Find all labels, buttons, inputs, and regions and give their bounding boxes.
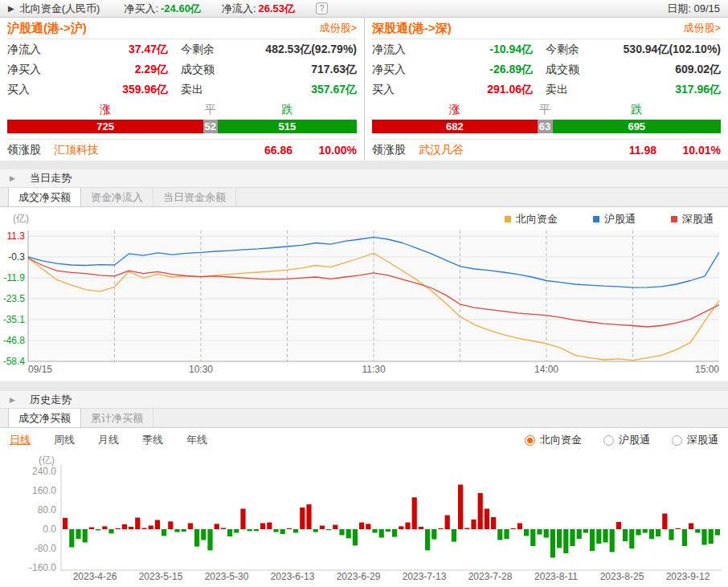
radio-northbound[interactable]: 北向资金 [525, 433, 582, 447]
svg-text:240.0: 240.0 [32, 466, 56, 477]
row-value: 609.02亿 [618, 63, 721, 77]
leader-row: 领涨股 武汉凡谷 11.98 10.01% [372, 139, 721, 161]
leader-row: 领涨股 汇顶科技 66.86 10.00% [7, 139, 357, 161]
period-quarterly[interactable]: 季线 [142, 433, 163, 447]
flat-label: 平 [539, 103, 550, 117]
market-panels: 沪股通(港->沪) 成份股> 净流入 37.47亿 今剩余 482.53亿(92… [0, 18, 728, 161]
history-bar-chart: (亿)240.0160.080.00.0-80.0-160.02023-4-26… [0, 452, 728, 587]
radio-label: 沪股通 [619, 433, 650, 447]
leader-change-pct: 10.00% [292, 144, 357, 157]
panel-title-shengutong: 深股通(港->深) [372, 21, 452, 36]
svg-text:2023-9-12: 2023-9-12 [666, 571, 710, 582]
section-title-intraday: 当日走势 [30, 171, 72, 185]
tab-daily-balance[interactable]: 当日资金余额 [153, 188, 236, 206]
svg-text:80.0: 80.0 [38, 504, 57, 516]
leader-stock-name[interactable]: 汇顶科技 [54, 143, 199, 157]
section-divider [0, 161, 728, 169]
svg-text:2023-8-25: 2023-8-25 [600, 571, 644, 582]
svg-text:-46.8: -46.8 [3, 335, 26, 346]
updown-labels: 涨 平 跌 [7, 103, 357, 119]
panel-shengutong: 深股通(港->深) 成份股> 净流入 -10.94亿 今剩余 530.94亿(1… [364, 18, 728, 161]
row-value: 357.67亿 [253, 83, 357, 97]
constituents-link-hugutong[interactable]: 成份股> [319, 21, 357, 35]
svg-text:-0.3: -0.3 [8, 251, 25, 263]
row-value: 317.96亿 [618, 83, 721, 97]
svg-text:2023-5-30: 2023-5-30 [205, 571, 249, 582]
tab-net-buy-amount[interactable]: 成交净买额 [8, 188, 81, 206]
section-divider [0, 381, 728, 391]
row-label: 净流入 [372, 43, 443, 57]
row-label: 成交额 [533, 63, 618, 77]
up-label: 涨 [100, 103, 111, 117]
row-value: 2.29亿 [78, 63, 168, 77]
period-monthly[interactable]: 月线 [98, 433, 119, 447]
leader-stock-name[interactable]: 武汉凡谷 [419, 143, 563, 157]
up-count-segment: 682 [372, 120, 538, 133]
leader-label: 领涨股 [7, 143, 41, 157]
leader-label: 领涨股 [372, 143, 406, 157]
row-value: -26.89亿 [443, 63, 533, 77]
flat-count-segment: 52 [203, 120, 218, 133]
svg-text:2023-5-15: 2023-5-15 [139, 571, 183, 582]
date-value: 09/15 [693, 2, 720, 14]
row-label: 今剩余 [533, 43, 618, 57]
tab-history-cumulative[interactable]: 累计净买额 [81, 409, 153, 427]
radio-shengutong[interactable]: 深股通 [672, 433, 718, 447]
row-value: 291.06亿 [443, 83, 533, 97]
svg-text:2023-4-26: 2023-4-26 [73, 571, 117, 582]
up-count-segment: 725 [7, 120, 203, 133]
intraday-tabs: 成交净买额 资金净流入 当日资金余额 [0, 188, 728, 207]
period-weekly[interactable]: 周线 [54, 433, 75, 447]
page-title: 北向资金(人民币) [20, 2, 100, 16]
svg-text:-23.5: -23.5 [3, 293, 26, 304]
row-value: 359.96亿 [78, 83, 168, 97]
row-label: 买入 [7, 83, 78, 97]
leader-price: 11.98 [563, 144, 656, 157]
constituents-link-shengutong[interactable]: 成份股> [683, 21, 721, 35]
tab-net-inflow[interactable]: 资金净流入 [81, 188, 153, 206]
radio-label: 深股通 [687, 433, 718, 447]
row-value: 530.94亿(102.10%) [618, 43, 721, 57]
row-value: 482.53亿(92.79%) [253, 43, 357, 57]
radio-label: 北向资金 [540, 433, 582, 447]
svg-text:0.0: 0.0 [43, 524, 56, 535]
row-value: 37.47亿 [78, 43, 168, 57]
net-buy-value: -24.60亿 [161, 2, 201, 16]
panel-hugutong: 沪股通(港->沪) 成份股> 净流入 37.47亿 今剩余 482.53亿(92… [0, 18, 364, 161]
up-label: 涨 [449, 103, 460, 117]
svg-text:09/15: 09/15 [28, 364, 52, 375]
date-label: 日期: [667, 2, 691, 14]
radio-icon [525, 435, 535, 446]
net-inflow-label: 净流入: [222, 2, 256, 16]
svg-text:-58.4: -58.4 [3, 356, 26, 367]
svg-text:160.0: 160.0 [32, 485, 56, 496]
leader-price: 66.86 [199, 144, 292, 157]
section-header-history: ▶ 历史走势 [0, 391, 728, 409]
radio-icon [672, 435, 682, 446]
net-buy-label: 净买入: [124, 2, 158, 16]
down-label: 跌 [631, 103, 642, 117]
svg-text:-11.9: -11.9 [4, 272, 26, 283]
period-daily[interactable]: 日线 [10, 433, 31, 447]
help-icon[interactable]: ? [316, 2, 328, 14]
section-collapse-icon[interactable]: ▶ [10, 174, 15, 182]
period-yearly[interactable]: 年线 [186, 433, 207, 447]
svg-text:15:00: 15:00 [695, 364, 719, 375]
row-label: 成交额 [168, 63, 253, 77]
down-count-segment: 695 [553, 120, 721, 133]
row-label: 今剩余 [168, 43, 253, 57]
svg-text:2023-7-28: 2023-7-28 [468, 571, 513, 582]
collapse-arrow-icon[interactable]: ▶ [8, 4, 14, 13]
radio-hugutong[interactable]: 沪股通 [603, 433, 650, 447]
intraday-line-chart: 11.3-0.3-11.9-23.5-35.1-46.8-58.409/1510… [0, 207, 728, 381]
series-radio-group: 北向资金 沪股通 深股通 [525, 433, 718, 447]
tab-history-net-buy[interactable]: 成交净买额 [8, 409, 81, 427]
svg-text:11.3: 11.3 [7, 230, 26, 242]
flat-label: 平 [205, 103, 216, 117]
section-collapse-icon[interactable]: ▶ [10, 396, 15, 404]
svg-text:(亿): (亿) [39, 455, 55, 466]
flat-count-segment: 63 [538, 120, 553, 133]
row-label: 净流入 [7, 43, 78, 57]
row-label: 净买入 [372, 63, 443, 77]
period-row: 日线 周线 月线 季线 年线 北向资金 沪股通 深股通 [0, 428, 728, 452]
